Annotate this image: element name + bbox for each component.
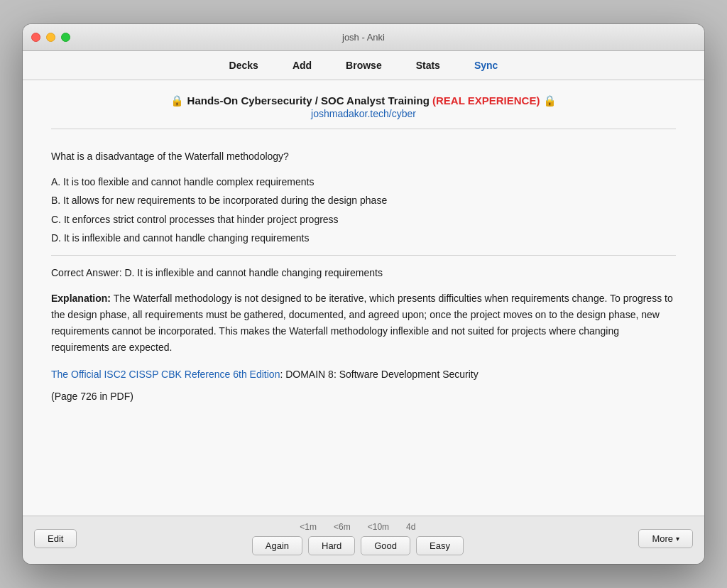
good-button[interactable]: Good — [361, 536, 410, 555]
explanation-text: Explanation: The Waterfall methodology i… — [51, 290, 676, 356]
timing-hard: <6m — [334, 522, 351, 532]
card-header: 🔒 Hands-On Cybersecurity / SOC Analyst T… — [51, 94, 676, 129]
explanation-label: Explanation: — [51, 293, 111, 304]
question-text: What is a disadvantage of the Waterfall … — [51, 149, 676, 164]
timing-easy: 4d — [406, 522, 415, 532]
toolbar-item-add[interactable]: Add — [287, 57, 317, 74]
bottom-bar: Edit <1m <6m <10m 4d Again Hard Good Eas… — [23, 516, 704, 564]
answer-option-b: B. It allows for new requirements to be … — [51, 192, 676, 208]
question-section: What is a disadvantage of the Waterfall … — [51, 141, 676, 256]
traffic-lights — [31, 33, 70, 42]
again-button[interactable]: Again — [252, 536, 302, 555]
toolbar-item-stats[interactable]: Stats — [410, 57, 446, 74]
card-area: 🔒 Hands-On Cybersecurity / SOC Analyst T… — [23, 80, 704, 516]
lock-icon-left: 🔒 — [170, 94, 184, 107]
app-window: josh - Anki Decks Add Browse Stats Sync … — [23, 24, 704, 564]
more-label: More — [652, 533, 673, 544]
answer-option-c: C. It enforces strict control processes … — [51, 212, 676, 227]
answer-section: Correct Answer: D. It is inflexible and … — [51, 256, 676, 414]
minimize-button[interactable] — [46, 33, 55, 42]
edit-button[interactable]: Edit — [34, 529, 77, 548]
reference-rest: : DOMAIN 8: Software Development Securit… — [280, 369, 478, 380]
close-button[interactable] — [31, 33, 40, 42]
explanation-body: The Waterfall methodology is not designe… — [51, 293, 673, 353]
correct-answer: Correct Answer: D. It is inflexible and … — [51, 266, 676, 281]
easy-button[interactable]: Easy — [416, 536, 464, 555]
maximize-button[interactable] — [61, 33, 70, 42]
more-button[interactable]: More ▾ — [638, 529, 693, 548]
toolbar-item-decks[interactable]: Decks — [224, 57, 264, 74]
card-header-title: 🔒 Hands-On Cybersecurity / SOC Analyst T… — [51, 94, 676, 107]
title-bar: josh - Anki — [23, 24, 704, 51]
toolbar-item-sync[interactable]: Sync — [469, 57, 503, 74]
reference-link[interactable]: The Official ISC2 CISSP CBK Reference 6t… — [51, 369, 280, 380]
timing-good: <10m — [368, 522, 389, 532]
answer-options: A. It is too flexible and cannot handle … — [51, 174, 676, 246]
hard-button[interactable]: Hard — [308, 536, 355, 555]
card-header-link[interactable]: joshmadakor.tech/cyber — [311, 108, 416, 119]
toolbar-item-browse[interactable]: Browse — [340, 57, 388, 74]
card-title-part1: Hands-On Cybersecurity / SOC Analyst Tra… — [187, 94, 432, 107]
card-title-part2: 🔒 — [540, 94, 556, 107]
reference-line: The Official ISC2 CISSP CBK Reference 6t… — [51, 367, 676, 382]
answer-option-a: A. It is too flexible and cannot handle … — [51, 174, 676, 190]
page-ref: (Page 726 in PDF) — [51, 389, 676, 404]
toolbar: Decks Add Browse Stats Sync — [23, 51, 704, 80]
chevron-down-icon: ▾ — [676, 535, 679, 543]
card-title-highlight: (REAL EXPERIENCE) — [432, 94, 540, 107]
window-title: josh - Anki — [342, 32, 385, 43]
timing-again: <1m — [300, 522, 317, 532]
answer-option-d: D. It is inflexible and cannot handle ch… — [51, 230, 676, 246]
